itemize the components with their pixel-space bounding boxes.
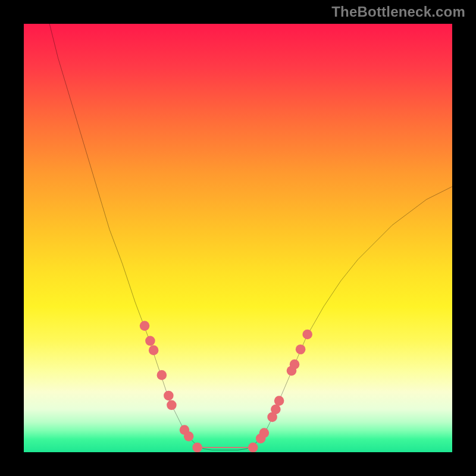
data-marker [164,391,174,401]
data-marker [259,428,270,438]
data-marker [184,431,194,441]
chart-frame: TheBottleneck.com [0,0,476,476]
data-marker [145,336,155,346]
data-marker [167,400,177,411]
data-marker [274,396,284,406]
data-marker [192,443,202,452]
data-marker [149,345,159,355]
data-marker [140,321,150,331]
data-marker [290,359,300,369]
markers-right-group [256,330,312,444]
markers-left-group [140,321,194,441]
watermark-label: TheBottleneck.com [331,4,465,20]
bottleneck-curve [49,24,452,450]
plot-area [24,24,452,452]
data-marker [271,405,281,415]
chart-svg [24,24,452,452]
data-marker [302,330,312,340]
data-marker [157,370,167,380]
data-marker [296,345,306,355]
data-marker [248,443,258,452]
